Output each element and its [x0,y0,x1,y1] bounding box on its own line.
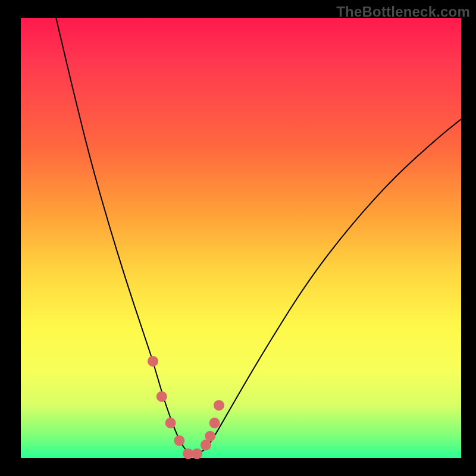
marker-dot [148,356,158,367]
marker-dot [165,418,176,428]
highlighted-markers [148,356,224,459]
marker-dot [205,431,215,441]
marker-dot [214,400,224,411]
marker-dot [156,391,167,402]
marker-dot [209,418,220,428]
marker-dot [192,449,202,459]
bottleneck-curve [56,18,461,454]
curve-svg [21,18,461,458]
plot-area [21,18,461,458]
chart-frame: TheBottleneck.com [0,0,476,476]
marker-dot [174,435,184,446]
